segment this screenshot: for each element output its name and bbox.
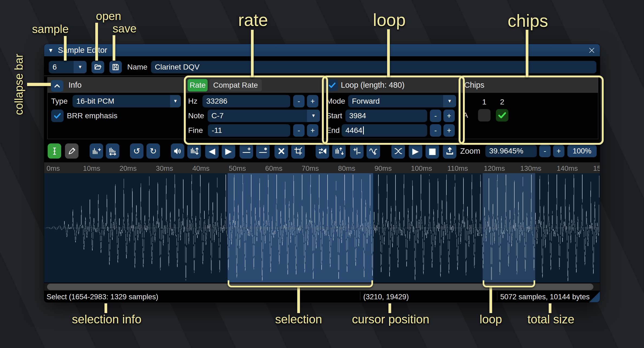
delete-button[interactable]: [274, 143, 288, 159]
callout-line-rate: [251, 30, 254, 77]
chevron-down-icon[interactable]: ▼: [74, 61, 87, 73]
status-separator: [497, 292, 497, 300]
ruler-tick: 80ms: [338, 164, 355, 173]
annotation-collapse-bar: collapse bar: [12, 54, 25, 115]
crossfade-icon: [394, 147, 403, 156]
name-value: Clarinet DQV: [151, 63, 200, 71]
resample-button[interactable]: [106, 143, 119, 159]
trim-button[interactable]: [291, 143, 305, 159]
status-bar: Select (1654-2983: 1329 samples) (3210, …: [44, 291, 600, 302]
callout-line-save: [113, 35, 115, 61]
redo-icon: ↻: [150, 146, 157, 156]
speaker-icon: [173, 147, 182, 156]
collapse-bar-button[interactable]: [51, 80, 63, 92]
callout-line-open: [95, 23, 98, 61]
undo-button[interactable]: ↺: [130, 143, 143, 159]
name-input[interactable]: Clarinet DQV: [151, 61, 596, 73]
time-ruler[interactable]: 0ms10ms20ms30ms40ms50ms60ms70ms80ms90ms1…: [44, 162, 600, 174]
resize-button[interactable]: [90, 143, 103, 159]
wave-vertical-arrows-icon: [190, 147, 199, 156]
redo-button[interactable]: ↻: [146, 143, 160, 159]
info-panel-header: Info: [48, 77, 184, 93]
normalize-button[interactable]: [187, 143, 201, 159]
preview-on-chip-button[interactable]: [443, 143, 456, 159]
zoom-in-button[interactable]: +: [553, 145, 564, 157]
zoom-label: Zoom: [460, 145, 480, 157]
annotation-sample: sample: [32, 23, 68, 36]
callout-line-sample: [64, 36, 67, 61]
ruler-tick: 10ms: [83, 164, 100, 173]
zoom-value-input[interactable]: 39.9645%: [485, 145, 537, 157]
chevron-down-icon[interactable]: ▼: [170, 95, 181, 107]
fade-in-button[interactable]: ◀: [205, 143, 219, 159]
wave-invert-icon: [335, 147, 344, 156]
callout-line-selection: [297, 286, 300, 313]
waveform-view[interactable]: [44, 173, 600, 283]
undo-icon: ↺: [133, 146, 140, 156]
stop-icon: ■: [428, 146, 436, 156]
zoom-reset-button[interactable]: 100%: [567, 145, 597, 157]
info-panel: Info Type 16-bit PCM ▼ BRR emphasis: [47, 77, 184, 139]
reverse-button[interactable]: [316, 143, 329, 159]
invert-button[interactable]: [332, 143, 346, 159]
line-asterisk-icon: [259, 147, 267, 156]
insert-silence-button[interactable]: [240, 143, 253, 159]
fade-in-icon: ◀: [209, 146, 215, 156]
resize-grip[interactable]: [589, 291, 600, 302]
callout-line-loop-bottom: [489, 286, 492, 313]
loop-bracket: [483, 280, 535, 287]
annotation-selection: selection: [275, 313, 322, 326]
silence-selection-button[interactable]: [256, 143, 270, 159]
waveform-canvas[interactable]: [45, 173, 599, 283]
open-folder-icon: [94, 63, 102, 71]
info-panel-title: Info: [68, 81, 81, 90]
ruler-tick: 20ms: [119, 164, 137, 173]
annotation-loop-bottom: loop: [479, 313, 502, 326]
fade-out-button[interactable]: ▶: [222, 143, 235, 159]
selection-bracket: [228, 280, 373, 287]
plus-bar-minus-icon: [352, 147, 361, 156]
open-sample-button[interactable]: [91, 61, 104, 73]
check-icon: [53, 111, 62, 120]
sample-selector-value: 6: [49, 63, 57, 71]
ruler-tick: 30ms: [156, 164, 173, 173]
close-button[interactable]: [587, 46, 596, 55]
ruler-tick: 140ms: [557, 164, 578, 173]
type-dropdown[interactable]: 16-bit PCM ▼: [73, 95, 181, 107]
signed-unsigned-button[interactable]: [350, 143, 364, 159]
status-cursor-position: (3210, 19429): [363, 293, 409, 301]
crossfade-button[interactable]: [391, 143, 405, 159]
edit-mode-select-button[interactable]: [48, 143, 61, 159]
status-selection-info: Select (1654-2983: 1329 samples): [47, 293, 158, 301]
apply-filter-button[interactable]: [367, 143, 380, 159]
annotation-open: open: [96, 10, 121, 23]
callout-line-total-size: [549, 303, 551, 313]
crop-icon: [294, 147, 303, 156]
annotation-total-size: total size: [527, 313, 574, 326]
stop-sample-button[interactable]: ■: [426, 143, 439, 159]
type-label: Type: [51, 95, 68, 107]
play-sample-button[interactable]: ▶: [409, 143, 422, 159]
edit-mode-draw-button[interactable]: [65, 143, 79, 159]
zoom-out-button[interactable]: -: [539, 145, 551, 157]
window-collapse-icon[interactable]: ▼: [48, 47, 54, 54]
brr-emphasis-label: BRR emphasis: [67, 110, 117, 122]
upload-tray-icon: [445, 147, 454, 156]
status-separator: [360, 292, 360, 300]
annotation-save: save: [113, 22, 137, 35]
wave-plus-icon: [92, 147, 101, 156]
wave-stretch-icon: [108, 147, 117, 156]
title-bar[interactable]: ▼ Sample Editor: [44, 44, 600, 56]
status-total-size: 5072 samples, 10144 bytes: [500, 293, 590, 301]
amplify-button[interactable]: [171, 143, 184, 159]
line-plus-icon: [242, 147, 251, 156]
brr-emphasis-checkbox[interactable]: [51, 110, 64, 122]
ruler-tick: 130ms: [520, 164, 541, 173]
type-value: 16-bit PCM: [73, 97, 114, 106]
annotation-rate: rate: [238, 10, 268, 30]
ruler-tick: 70ms: [302, 164, 319, 173]
sample-selector[interactable]: 6 ▼: [49, 61, 87, 73]
close-icon: [588, 47, 595, 54]
save-sample-button[interactable]: [109, 61, 122, 73]
play-icon: ▶: [412, 146, 419, 156]
